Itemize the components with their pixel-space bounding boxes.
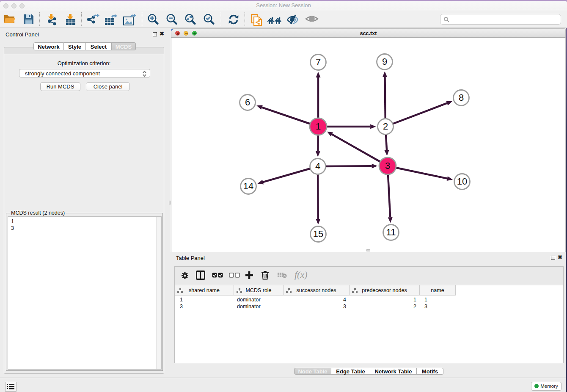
svg-text:9: 9 bbox=[382, 56, 387, 67]
svg-text:8: 8 bbox=[459, 92, 464, 103]
svg-text:10: 10 bbox=[457, 176, 467, 187]
svg-text:11: 11 bbox=[386, 227, 396, 237]
svg-text:3: 3 bbox=[385, 160, 390, 171]
svg-text:14: 14 bbox=[243, 181, 253, 191]
svg-text:7: 7 bbox=[316, 57, 321, 67]
svg-text:15: 15 bbox=[313, 229, 323, 239]
svg-text:6: 6 bbox=[245, 97, 250, 108]
svg-text:1: 1 bbox=[316, 121, 321, 132]
svg-text:4: 4 bbox=[315, 161, 320, 171]
svg-text:2: 2 bbox=[383, 121, 388, 132]
